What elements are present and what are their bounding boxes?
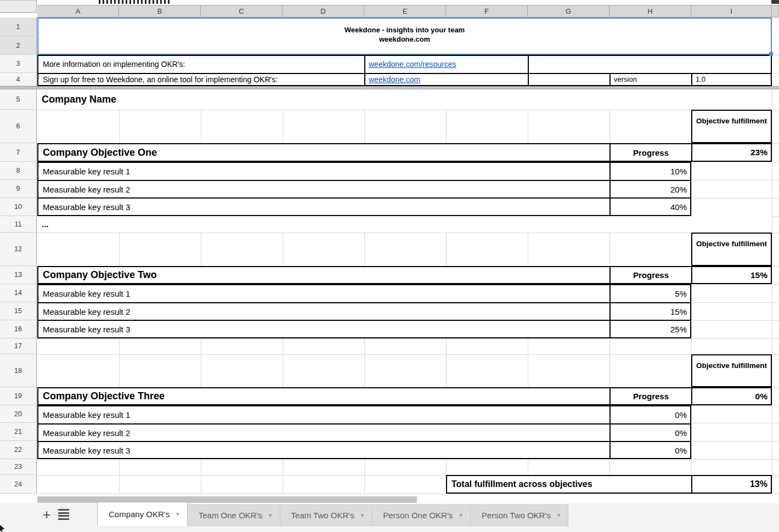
all-sheets-button[interactable] bbox=[58, 509, 69, 520]
kr-label[interactable]: Measurable key result 2 bbox=[43, 303, 130, 320]
objective2-fulfillment-header[interactable]: Objective fulfillment bbox=[691, 233, 772, 266]
row-header-19[interactable]: 19 bbox=[0, 387, 37, 405]
resources-link[interactable]: weekdone.com/resources bbox=[369, 56, 456, 73]
company-name-cell[interactable]: Company Name bbox=[42, 89, 116, 110]
kr-label[interactable]: Measurable key result 1 bbox=[43, 406, 130, 423]
column-header-d[interactable]: D bbox=[283, 5, 364, 18]
objective1-progress-header[interactable]: Progress bbox=[609, 144, 691, 161]
key-result-row[interactable]: Measurable key result 2 0% bbox=[38, 423, 690, 441]
row-header-9[interactable]: 9 bbox=[0, 180, 37, 198]
objective3-title[interactable]: Company Objective Three bbox=[43, 388, 165, 404]
objective1-title[interactable]: Company Objective One bbox=[43, 144, 157, 161]
kr-progress[interactable]: 0% bbox=[609, 442, 690, 459]
row-header-2[interactable]: 2 bbox=[0, 36, 37, 55]
kr-progress[interactable]: 20% bbox=[609, 181, 690, 197]
kr-progress[interactable]: 0% bbox=[609, 425, 690, 441]
key-result-row[interactable]: Measurable key result 1 0% bbox=[38, 406, 690, 423]
tab-person-two-okrs[interactable]: Person Two OKR's ▾ bbox=[470, 505, 569, 526]
kr-progress[interactable]: 40% bbox=[609, 199, 690, 215]
row-header-21[interactable]: 21 bbox=[0, 423, 37, 441]
objective3-fulfillment-header[interactable]: Objective fulfillment bbox=[691, 354, 772, 387]
objective3-progress-header[interactable]: Progress bbox=[609, 388, 691, 404]
row-header-6[interactable]: 6 bbox=[0, 110, 37, 143]
kr-label[interactable]: Measurable key result 3 bbox=[43, 199, 130, 215]
objective3-fulfillment-value[interactable]: 0% bbox=[691, 388, 771, 404]
version-label-cell[interactable]: version bbox=[614, 74, 637, 85]
kr-progress[interactable]: 15% bbox=[609, 303, 690, 320]
row-header-1[interactable]: 1 bbox=[0, 18, 37, 36]
objective1-row[interactable]: Company Objective One Progress 23% bbox=[37, 143, 772, 162]
key-result-row[interactable]: Measurable key result 2 20% bbox=[38, 180, 690, 197]
add-sheet-button[interactable]: + bbox=[38, 504, 55, 525]
row-header-23[interactable]: 23 bbox=[0, 459, 37, 475]
kr-label[interactable]: Measurable key result 3 bbox=[43, 442, 130, 459]
banner-merged-cell[interactable]: Weekdone - insights into your team weekd… bbox=[37, 18, 772, 55]
row-header-3[interactable]: 3 bbox=[0, 55, 37, 73]
row-header-24[interactable]: 24 bbox=[0, 475, 37, 494]
objective3-row[interactable]: Company Objective Three Progress 0% bbox=[37, 387, 772, 405]
total-value[interactable]: 13% bbox=[691, 476, 771, 493]
column-header-b[interactable]: B bbox=[119, 5, 201, 18]
total-label[interactable]: Total fulfillment across objectives bbox=[451, 476, 592, 493]
column-header-e[interactable]: E bbox=[364, 5, 446, 18]
row-header-22[interactable]: 22 bbox=[0, 441, 37, 459]
row-header-16[interactable]: 16 bbox=[0, 320, 37, 338]
row-header-20[interactable]: 20 bbox=[0, 405, 37, 423]
column-header-c[interactable]: C bbox=[201, 5, 283, 18]
weekdone-link[interactable]: weekdone.com bbox=[369, 74, 420, 85]
kr-label[interactable]: Measurable key result 3 bbox=[43, 321, 130, 337]
chevron-down-icon[interactable]: ▾ bbox=[361, 512, 364, 519]
chevron-down-icon[interactable]: ▾ bbox=[176, 511, 179, 518]
tab-team-two-okrs[interactable]: Team Two OKR's ▾ bbox=[280, 505, 372, 526]
objective2-row[interactable]: Company Objective Two Progress 15% bbox=[37, 266, 772, 284]
signup-label-cell[interactable]: Sign up for free to Weekdone, an online … bbox=[43, 74, 278, 85]
chevron-down-icon[interactable]: ▾ bbox=[459, 512, 462, 519]
column-header-g[interactable]: G bbox=[528, 5, 609, 18]
kr-progress[interactable]: 10% bbox=[609, 163, 690, 180]
row-header-7[interactable]: 7 bbox=[0, 143, 37, 162]
column-header-a[interactable]: A bbox=[37, 5, 119, 18]
select-all-corner[interactable] bbox=[0, 0, 37, 13]
kr-label[interactable]: Measurable key result 2 bbox=[43, 425, 130, 441]
row-header-17[interactable]: 17 bbox=[0, 338, 37, 354]
column-header-i[interactable]: I bbox=[691, 5, 772, 18]
kr-progress[interactable]: 25% bbox=[609, 321, 690, 337]
kr-label[interactable]: Measurable key result 2 bbox=[43, 181, 130, 197]
info-label-cell[interactable]: More information on implementing OKR's: bbox=[43, 56, 185, 73]
key-result-row[interactable]: Measurable key result 3 0% bbox=[38, 441, 690, 459]
version-value-cell[interactable]: 1.0 bbox=[696, 74, 705, 85]
kr-progress[interactable]: 0% bbox=[609, 406, 690, 423]
row-header-11[interactable]: 11 bbox=[0, 216, 37, 233]
row-header-18[interactable]: 18 bbox=[0, 354, 37, 387]
key-result-row[interactable]: Measurable key result 1 5% bbox=[38, 285, 690, 302]
tab-team-one-okrs[interactable]: Team One OKR's ▾ bbox=[187, 505, 280, 526]
row-header-4[interactable]: 4 bbox=[0, 73, 37, 86]
column-header-h[interactable]: H bbox=[609, 5, 691, 18]
kr-label[interactable]: Measurable key result 1 bbox=[43, 285, 130, 302]
row-header-13[interactable]: 13 bbox=[0, 266, 37, 284]
ellipsis-cell[interactable]: ... bbox=[42, 216, 49, 233]
row-header-14[interactable]: 14 bbox=[0, 284, 37, 302]
row-header-5[interactable]: 5 bbox=[0, 89, 37, 110]
selection-fill-handle[interactable] bbox=[769, 52, 773, 56]
row-header-12[interactable]: 12 bbox=[0, 233, 37, 266]
key-result-row[interactable]: Measurable key result 1 10% bbox=[38, 163, 690, 180]
kr-label[interactable]: Measurable key result 1 bbox=[43, 163, 130, 180]
objective2-fulfillment-value[interactable]: 15% bbox=[691, 267, 771, 283]
key-result-row[interactable]: Measurable key result 2 15% bbox=[38, 302, 690, 320]
objective1-fulfillment-value[interactable]: 23% bbox=[691, 144, 771, 161]
total-fulfillment-row[interactable]: Total fulfillment across objectives 13% bbox=[446, 475, 772, 494]
row11-merged-cell[interactable] bbox=[37, 216, 772, 233]
objective2-progress-header[interactable]: Progress bbox=[609, 267, 691, 283]
chevron-down-icon[interactable]: ▾ bbox=[557, 512, 561, 519]
key-result-row[interactable]: Measurable key result 3 40% bbox=[38, 197, 690, 215]
kr-progress[interactable]: 5% bbox=[609, 285, 690, 302]
objective1-fulfillment-header[interactable]: Objective fulfillment bbox=[691, 110, 772, 143]
objective2-title[interactable]: Company Objective Two bbox=[43, 267, 157, 283]
row-header-8[interactable]: 8 bbox=[0, 162, 37, 180]
chevron-down-icon[interactable]: ▾ bbox=[269, 512, 272, 519]
column-header-f[interactable]: F bbox=[446, 5, 528, 18]
tab-person-one-okrs[interactable]: Person One OKR's ▾ bbox=[371, 505, 471, 526]
tab-company-okrs[interactable]: Company OKR's ▾ bbox=[97, 502, 188, 526]
key-result-row[interactable]: Measurable key result 3 25% bbox=[38, 320, 690, 337]
